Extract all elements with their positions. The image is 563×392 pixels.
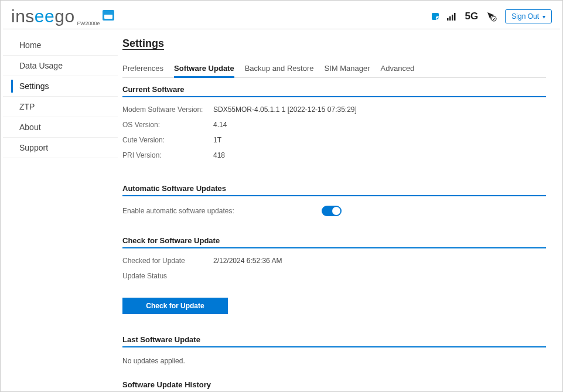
- brand-model: FW2000e: [77, 21, 100, 26]
- sidebar-item-label: ZTP: [19, 102, 35, 111]
- device-icon: [103, 10, 114, 21]
- brand-logo: inseego: [11, 6, 75, 26]
- location-status-icon: [486, 11, 497, 22]
- sidebar-item-datausage[interactable]: Data Usage: [3, 56, 118, 76]
- page-title: Settings: [122, 38, 546, 50]
- section-title-check-update: Check for Software Update: [122, 236, 546, 248]
- auto-update-toggle[interactable]: [322, 206, 342, 216]
- check-for-update-button[interactable]: Check for Update: [122, 298, 228, 314]
- main-content: Settings Preferences Software Update Bac…: [118, 29, 560, 392]
- tab-label: Backup and Restore: [245, 64, 314, 73]
- brand: inseego FW2000e: [11, 6, 114, 26]
- header-right: 5G Sign Out ▾: [431, 9, 552, 23]
- section-title-history: Software Update History: [122, 380, 546, 392]
- svg-rect-2: [447, 18, 449, 21]
- kv-label: Cute Version:: [122, 136, 213, 144]
- kv-label: Checked for Update: [122, 257, 213, 265]
- kv-value: 418: [213, 151, 225, 159]
- tab-label: Preferences: [122, 64, 163, 73]
- section-title-current-software: Current Software: [122, 85, 546, 97]
- kv-value: 2/12/2024 6:52:36 AM: [213, 257, 282, 265]
- sidebar-item-label: Home: [19, 40, 41, 50]
- last-update-message: No updates applied.: [122, 352, 546, 370]
- kv-value: SDX55MOR-4.05.1.1 1 [2022-12-15 07:35:29…: [213, 105, 357, 114]
- row-pri-version: PRI Version: 418: [122, 148, 546, 163]
- tab-label: SIM Manager: [324, 64, 370, 73]
- tab-sim-manager[interactable]: SIM Manager: [324, 60, 370, 77]
- kv-label: Enable automatic software updates:: [122, 207, 322, 215]
- tab-software-update[interactable]: Software Update: [174, 60, 234, 77]
- kv-label: PRI Version:: [122, 151, 213, 159]
- row-enable-auto-updates: Enable automatic software updates:: [122, 201, 546, 221]
- button-label: Check for Update: [146, 302, 204, 310]
- sidebar-item-label: Support: [19, 143, 48, 152]
- kv-value: 1T: [213, 136, 221, 144]
- kv-label: Modem Software Version:: [122, 105, 213, 114]
- brand-text-pre: ins: [11, 6, 35, 26]
- tabs: Preferences Software Update Backup and R…: [122, 60, 546, 78]
- svg-rect-3: [449, 16, 451, 21]
- row-cute-version: Cute Version: 1T: [122, 132, 546, 148]
- sidebar: Home Data Usage Settings ZTP About Suppo…: [3, 29, 118, 392]
- row-os-version: OS Version: 4.14: [122, 117, 546, 132]
- sidebar-item-about[interactable]: About: [3, 117, 118, 138]
- sidebar-item-home[interactable]: Home: [3, 35, 118, 56]
- brand-text-post: go: [54, 6, 74, 26]
- row-update-status: Update Status: [122, 268, 546, 284]
- row-modem-version: Modem Software Version: SDX55MOR-4.05.1.…: [122, 102, 546, 117]
- sidebar-item-support[interactable]: Support: [3, 138, 118, 158]
- signout-label: Sign Out: [511, 12, 539, 21]
- svg-rect-5: [454, 13, 456, 21]
- sidebar-item-ztp[interactable]: ZTP: [3, 97, 118, 117]
- sidebar-item-settings[interactable]: Settings: [3, 76, 118, 97]
- tab-preferences[interactable]: Preferences: [122, 60, 163, 77]
- kv-label: OS Version:: [122, 121, 213, 129]
- tab-label: Software Update: [174, 64, 234, 73]
- row-checked-for-update: Checked for Update 2/12/2024 6:52:36 AM: [122, 253, 546, 268]
- sim-status-icon: [431, 11, 442, 22]
- kv-value: 4.14: [213, 121, 227, 129]
- section-title-auto-updates: Automatic Software Updates: [122, 184, 546, 196]
- sidebar-item-label: Settings: [19, 81, 49, 91]
- status-icons: [431, 11, 457, 22]
- sidebar-item-label: About: [19, 122, 41, 132]
- signal-icon: [446, 11, 457, 22]
- tab-advanced[interactable]: Advanced: [381, 60, 415, 77]
- header: inseego FW2000e 5G Sign Out ▾: [3, 3, 560, 29]
- brand-text-mid: ee: [35, 6, 54, 26]
- signout-button[interactable]: Sign Out ▾: [505, 9, 552, 23]
- tab-label: Advanced: [381, 64, 415, 73]
- kv-label: Update Status: [122, 272, 213, 280]
- sidebar-item-label: Data Usage: [19, 61, 63, 70]
- svg-rect-4: [452, 15, 453, 21]
- chevron-down-icon: ▾: [542, 13, 545, 20]
- tab-backup-restore[interactable]: Backup and Restore: [245, 60, 314, 77]
- network-label: 5G: [465, 11, 479, 22]
- section-title-last-update: Last Software Update: [122, 335, 546, 347]
